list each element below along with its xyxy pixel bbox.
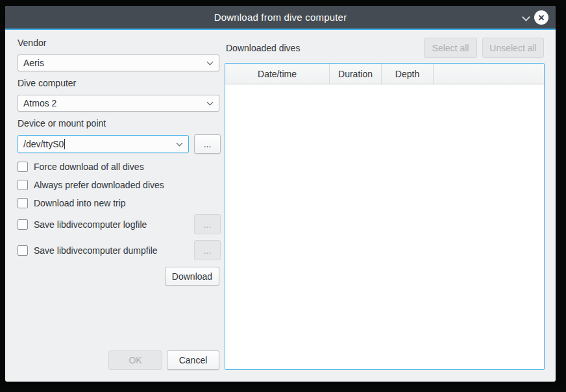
option-label: Always prefer downloaded dives: [34, 180, 164, 190]
chevron-down-icon[interactable]: [522, 13, 530, 21]
device-browse-button[interactable]: ...: [194, 134, 221, 154]
table-header: Date/time Duration Depth: [225, 64, 544, 84]
column-header-datetime[interactable]: Date/time: [225, 64, 330, 84]
device-value: /dev/ttyS0: [23, 139, 64, 149]
option-label: Download into new trip: [34, 198, 126, 208]
option-save-logfile[interactable]: Save libdivecomputer logfile: [18, 219, 147, 230]
device-input[interactable]: /dev/ttyS0: [18, 135, 189, 153]
table-body-empty[interactable]: [225, 84, 544, 369]
text-caret: [64, 139, 65, 149]
titlebar[interactable]: Download from dive computer ✕: [5, 6, 556, 30]
unselect-all-button[interactable]: Unselect all: [482, 38, 544, 58]
chevron-down-icon: [207, 59, 214, 66]
select-all-button[interactable]: Select all: [424, 38, 477, 58]
option-new-trip[interactable]: Download into new trip: [18, 197, 126, 209]
column-header-empty[interactable]: [434, 64, 544, 84]
dive-computer-label: Dive computer: [18, 78, 76, 88]
dumpfile-browse-button[interactable]: ...: [194, 240, 221, 260]
device-label: Device or mount point: [18, 118, 106, 129]
checkbox-icon[interactable]: [18, 198, 28, 208]
chevron-down-icon: [177, 140, 183, 147]
chevron-down-icon: [207, 99, 214, 106]
cancel-button[interactable]: Cancel: [167, 350, 219, 370]
option-force-download[interactable]: Force download of all dives: [18, 161, 144, 173]
ok-button[interactable]: OK: [108, 350, 162, 370]
download-button[interactable]: Download: [165, 267, 219, 286]
option-prefer-downloaded[interactable]: Always prefer downloaded dives: [18, 179, 164, 191]
vendor-label: Vendor: [18, 38, 46, 48]
checkbox-icon[interactable]: [18, 245, 28, 256]
option-label: Save libdivecomputer dumpfile: [34, 245, 158, 256]
dive-computer-value: Atmos 2: [23, 98, 56, 108]
option-save-dumpfile[interactable]: Save libdivecomputer dumpfile: [18, 245, 158, 256]
downloaded-dives-label: Downloaded dives: [226, 43, 300, 53]
downloaded-dives-table[interactable]: Date/time Duration Depth: [225, 63, 545, 370]
vendor-select[interactable]: Aeris: [18, 55, 219, 71]
column-header-duration[interactable]: Duration: [330, 64, 382, 84]
column-header-depth[interactable]: Depth: [382, 64, 434, 84]
dive-computer-select[interactable]: Atmos 2: [18, 95, 219, 112]
option-label: Force download of all dives: [34, 162, 144, 172]
option-label: Save libdivecomputer logfile: [34, 219, 147, 230]
logfile-browse-button[interactable]: ...: [194, 214, 221, 234]
download-dialog: Download from dive computer ✕ Vendor Aer…: [5, 6, 556, 382]
checkbox-icon[interactable]: [18, 180, 28, 190]
close-icon[interactable]: ✕: [534, 10, 548, 25]
window-title: Download from dive computer: [214, 12, 347, 23]
vendor-value: Aeris: [23, 58, 44, 68]
checkbox-icon[interactable]: [18, 162, 28, 172]
checkbox-icon[interactable]: [18, 219, 28, 230]
